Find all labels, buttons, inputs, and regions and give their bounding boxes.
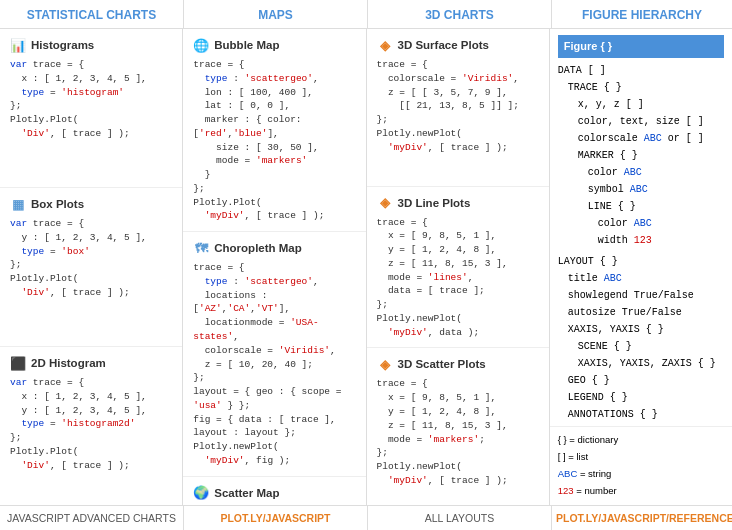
- title-2dhistogram: ⬛ 2D Histogram: [10, 355, 172, 371]
- title-choropleth: 🗺 Choropleth Map: [193, 240, 355, 256]
- code-2dhistogram: var trace = { x : [ 1, 2, 3, 4, 5 ], y :…: [10, 376, 172, 497]
- plotly-reference-link[interactable]: PLOT.LY/JAVASCRIPT/REFERENCE: [556, 512, 732, 524]
- tree-autosize: autosize True/False: [568, 304, 724, 321]
- tree-annotations: ANNOTATIONS { }: [568, 406, 724, 423]
- tree-xyz: x, y, z [ ]: [578, 96, 724, 113]
- code-3dscatter: trace = { x = [ 9, 8, 5, 1 ], y = [ 1, 2…: [377, 377, 539, 497]
- header-3d: 3D CHARTS: [368, 0, 552, 28]
- hierarchy-tree: DATA [ ] TRACE { } x, y, z [ ] color, te…: [558, 62, 724, 423]
- choropleth-icon: 🗺: [193, 240, 209, 256]
- section-scattermap: 🌍 Scatter Map trace = { type : 'scatterg…: [183, 477, 365, 505]
- tree-color-text: color, text, size [ ]: [578, 113, 724, 130]
- footer-reference-link[interactable]: PLOT.LY/JAVASCRIPT/REFERENCE: [552, 506, 732, 530]
- title-bubblemap: 🌐 Bubble Map: [193, 37, 355, 53]
- section-3dscatter: ◈ 3D Scatter Plots trace = { x = [ 9, 8,…: [367, 348, 549, 505]
- code-bubblemap: trace = { type : 'scattergeo', lon : [ 1…: [193, 58, 355, 223]
- section-2dhistogram: ⬛ 2D Histogram var trace = { x : [ 1, 2,…: [0, 347, 182, 505]
- 2dhistogram-icon: ⬛: [10, 355, 26, 371]
- 3dsurface-icon: ◈: [377, 37, 393, 53]
- tree-marker: MARKER { }: [578, 147, 724, 164]
- code-choropleth: trace = { type : 'scattergeo', locations…: [193, 261, 355, 467]
- footer: JAVASCRIPT ADVANCED CHARTS PLOT.LY/JAVAS…: [0, 505, 732, 530]
- title-3dsurface: ◈ 3D Surface Plots: [377, 37, 539, 53]
- col-3d: ◈ 3D Surface Plots trace = { colorscale …: [367, 29, 550, 505]
- code-3dsurface: trace = { colorscale = 'Viridis', z = [ …: [377, 58, 539, 178]
- legend-list: [ ] = list: [558, 448, 724, 465]
- hierarchy-content: Figure { } DATA [ ] TRACE { } x, y, z [ …: [550, 29, 732, 426]
- 3dline-icon: ◈: [377, 195, 393, 211]
- tree-title: title ABC: [568, 270, 724, 287]
- tree-legend: LEGEND { }: [568, 389, 724, 406]
- col-hierarchy: Figure { } DATA [ ] TRACE { } x, y, z [ …: [550, 29, 732, 505]
- tree-data: DATA [ ]: [558, 62, 724, 79]
- legend-string: ABC = string: [558, 465, 724, 482]
- section-choropleth: 🗺 Choropleth Map trace = { type : 'scatt…: [183, 232, 365, 476]
- legend-number: 123 = number: [558, 482, 724, 499]
- title-3dscatter: ◈ 3D Scatter Plots: [377, 356, 539, 372]
- tree-line: LINE { }: [588, 198, 724, 215]
- title-boxplots: ▦ Box Plots: [10, 196, 172, 212]
- tree-trace: TRACE { }: [568, 79, 724, 96]
- title-3dline: ◈ 3D Line Plots: [377, 195, 539, 211]
- bubblemap-icon: 🌐: [193, 37, 209, 53]
- scattermap-icon: 🌍: [193, 485, 209, 501]
- title-scattermap: 🌍 Scatter Map: [193, 485, 355, 501]
- header-maps: MAPS: [184, 0, 368, 28]
- header: STATISTICAL CHARTS MAPS 3D CHARTS FIGURE…: [0, 0, 732, 29]
- tree-line-width: width 123: [598, 232, 724, 249]
- legend-dict: { } = dictionary: [558, 431, 724, 448]
- tree-xaxis-yaxis: XAXIS, YAXIS { }: [568, 321, 724, 338]
- hierarchy-legend: { } = dictionary [ ] = list ABC = string…: [550, 426, 732, 505]
- figure-label: Figure { }: [558, 35, 724, 58]
- 3dscatter-icon: ◈: [377, 356, 393, 372]
- tree-geo: GEO { }: [568, 372, 724, 389]
- col-statistical: 📊 Histograms var trace = { x : [ 1, 2, 3…: [0, 29, 183, 505]
- section-boxplots: ▦ Box Plots var trace = { y : [ 1, 2, 3,…: [0, 188, 182, 347]
- tree-line-color: color ABC: [598, 215, 724, 232]
- tree-scene: SCENE { }: [578, 338, 724, 355]
- tree-colorscale: colorscale ABC or [ ]: [578, 130, 724, 147]
- footer-advanced: JAVASCRIPT ADVANCED CHARTS: [0, 506, 184, 530]
- section-bubblemap: 🌐 Bubble Map trace = { type : 'scatterge…: [183, 29, 365, 232]
- col-maps: 🌐 Bubble Map trace = { type : 'scatterge…: [183, 29, 366, 505]
- boxplot-icon: ▦: [10, 196, 26, 212]
- header-statistical: STATISTICAL CHARTS: [0, 0, 184, 28]
- header-hierarchy: FIGURE HIERARCHY: [552, 0, 732, 28]
- footer-layouts: ALL LAYOUTS: [368, 506, 552, 530]
- tree-showlegend: showlegend True/False: [568, 287, 724, 304]
- code-boxplots: var trace = { y : [ 1, 2, 3, 4, 5 ], typ…: [10, 217, 172, 338]
- tree-xaxis-yaxis-zaxis: XAXIS, YAXIS, ZAXIS { }: [578, 355, 724, 372]
- footer-plotly-link[interactable]: PLOT.LY/JAVASCRIPT: [184, 506, 368, 530]
- main-content: 📊 Histograms var trace = { x : [ 1, 2, 3…: [0, 29, 732, 505]
- title-histograms: 📊 Histograms: [10, 37, 172, 53]
- tree-layout: LAYOUT { }: [558, 253, 724, 270]
- code-3dline: trace = { x = [ 9, 8, 5, 1 ], y = [ 1, 2…: [377, 216, 539, 340]
- section-3dline: ◈ 3D Line Plots trace = { x = [ 9, 8, 5,…: [367, 187, 549, 349]
- histogram-icon: 📊: [10, 37, 26, 53]
- section-3dsurface: ◈ 3D Surface Plots trace = { colorscale …: [367, 29, 549, 187]
- section-histograms: 📊 Histograms var trace = { x : [ 1, 2, 3…: [0, 29, 182, 188]
- plotly-js-link[interactable]: PLOT.LY/JAVASCRIPT: [220, 512, 330, 524]
- tree-marker-symbol: symbol ABC: [588, 181, 724, 198]
- code-histograms: var trace = { x : [ 1, 2, 3, 4, 5 ], typ…: [10, 58, 172, 179]
- tree-marker-color: color ABC: [588, 164, 724, 181]
